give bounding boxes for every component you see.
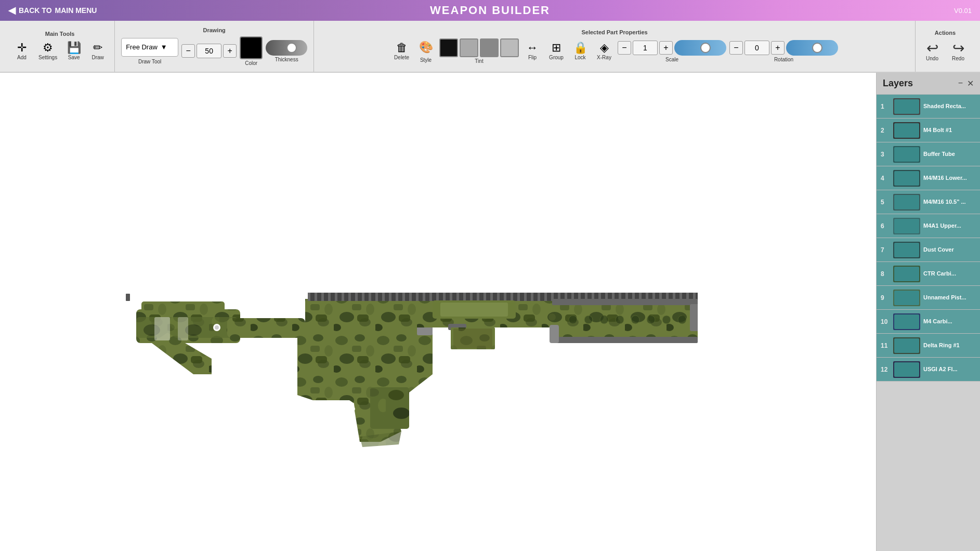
delete-button[interactable]: 🗑 Delete	[391, 40, 412, 62]
layers-minimize-button[interactable]: −	[958, 78, 963, 88]
svg-rect-62	[533, 293, 538, 301]
layer-thumbnail	[893, 266, 920, 282]
style-buttons: 🎨	[415, 40, 436, 56]
tint-swatch-1[interactable]	[439, 38, 458, 57]
draw-tool-select[interactable]: Free Draw ▼	[121, 38, 178, 57]
layer-name: Buffer Tube	[923, 150, 955, 158]
tint-swatch-4[interactable]	[500, 38, 519, 57]
layer-number: 12	[881, 366, 890, 373]
actions-label: Actions	[935, 30, 956, 36]
color-label: Color	[245, 60, 257, 66]
layer-thumbnail	[893, 313, 920, 330]
layer-name: M4 Bolt #1	[923, 126, 952, 134]
drawing-minus-button[interactable]: −	[181, 44, 195, 58]
layer-item[interactable]: 4 M4/M16 Lower...	[877, 166, 980, 190]
layer-item[interactable]: 8 CTR Carbi...	[877, 262, 980, 286]
draw-button[interactable]: ✏ Draw	[87, 40, 108, 62]
tint-swatch-2[interactable]	[460, 38, 478, 57]
svg-rect-58	[506, 293, 511, 301]
drawing-value-input[interactable]	[197, 44, 221, 58]
rotation-slider[interactable]	[786, 40, 838, 56]
layer-item[interactable]: 1 Shaded Recta...	[877, 95, 980, 119]
drawing-controls: Free Draw ▼ Draw Tool − + Color	[121, 36, 307, 66]
layer-item[interactable]: 6 M4A1 Upper...	[877, 214, 980, 238]
xray-icon: ◈	[600, 42, 609, 54]
add-button[interactable]: ✛ Add	[11, 40, 32, 62]
layer-item[interactable]: 3 Buffer Tube	[877, 142, 980, 166]
drawing-plus-button[interactable]: +	[223, 44, 237, 58]
svg-rect-27	[126, 294, 130, 301]
group-icon: ⊞	[552, 42, 561, 54]
layer-number: 3	[881, 151, 890, 158]
save-label: Save	[68, 55, 80, 60]
top-nav: ◀ BACK TO MAIN MENU WEAPON BUILDER V0.01	[0, 0, 980, 21]
svg-rect-89	[552, 337, 698, 343]
flip-button[interactable]: ↔ Flip	[522, 40, 543, 62]
canvas-area[interactable]: {[...Array(60)].map((_, i) => ``).join('…	[0, 73, 876, 551]
svg-rect-110	[550, 325, 559, 343]
thickness-label: Thickness	[275, 57, 298, 62]
layer-name: Shaded Recta...	[923, 102, 966, 110]
group-button[interactable]: ⊞ Group	[546, 40, 567, 62]
svg-rect-39	[378, 293, 382, 301]
layer-number: 9	[881, 294, 890, 301]
back-to-text: BACK TO	[19, 6, 52, 15]
main-menu-text: MAIN MENU	[55, 6, 97, 15]
xray-button[interactable]: ◈ X-Ray	[594, 40, 615, 62]
layers-close-button[interactable]: ✕	[967, 78, 974, 88]
svg-rect-34	[344, 293, 348, 301]
dropdown-arrow-icon: ▼	[161, 43, 167, 51]
thickness-slider[interactable]	[266, 40, 307, 56]
scale-slider[interactable]	[674, 40, 726, 56]
back-button[interactable]: ◀ BACK TO MAIN MENU	[8, 5, 97, 16]
svg-rect-37	[364, 293, 369, 301]
color-swatch[interactable]	[240, 36, 263, 59]
layer-thumbnail	[893, 337, 920, 354]
rotation-value-input[interactable]	[744, 41, 769, 55]
svg-rect-45	[419, 293, 423, 301]
settings-button[interactable]: ⚙ Settings	[35, 40, 60, 62]
style-label: Style	[420, 57, 432, 63]
scale-value-input[interactable]	[633, 41, 658, 55]
flip-icon: ↔	[527, 42, 538, 54]
layer-number: 4	[881, 175, 890, 182]
layer-item[interactable]: 5 M4/M16 10.5" ...	[877, 190, 980, 214]
scale-plus-button[interactable]: +	[659, 41, 673, 55]
layer-item[interactable]: 9 Unnamed Pist...	[877, 286, 980, 310]
app-title: WEAPON BUILDER	[430, 4, 550, 17]
layer-item[interactable]: 12 USGI A2 Fl...	[877, 358, 980, 382]
flip-label: Flip	[528, 55, 537, 60]
layer-item[interactable]: 10 M4 Carbi...	[877, 310, 980, 334]
layer-number: 11	[881, 342, 890, 349]
redo-button[interactable]: ↪ Redo	[948, 39, 969, 63]
svg-rect-25	[370, 387, 409, 429]
svg-point-107	[548, 313, 556, 321]
svg-point-94	[631, 316, 639, 324]
layer-item[interactable]: 2 M4 Bolt #1	[877, 119, 980, 142]
svg-rect-61	[527, 293, 531, 301]
style-button[interactable]: 🎨	[415, 40, 436, 56]
rotation-plus-button[interactable]: +	[771, 41, 785, 55]
layer-item[interactable]: 7 Dust Cover	[877, 238, 980, 262]
main-tools-section: Main Tools ✛ Add ⚙ Settings 💾 Save ✏ Dra…	[5, 21, 115, 72]
svg-rect-60	[520, 293, 524, 301]
rotation-label: Rotation	[774, 57, 793, 62]
group-label: Group	[549, 55, 564, 60]
undo-button[interactable]: ↩ Undo	[922, 39, 943, 63]
svg-rect-35	[351, 293, 355, 301]
tint-label: Tint	[475, 58, 483, 64]
add-label: Add	[17, 55, 27, 60]
svg-rect-55	[486, 293, 490, 301]
tint-swatch-3[interactable]	[480, 38, 499, 57]
svg-point-92	[600, 316, 608, 324]
layer-item[interactable]: 11 Delta Ring #1	[877, 334, 980, 358]
lock-button[interactable]: 🔒 Lock	[570, 40, 591, 62]
save-button[interactable]: 💾 Save	[63, 40, 84, 62]
rotation-minus-button[interactable]: −	[729, 41, 743, 55]
save-icon: 💾	[67, 42, 81, 54]
layer-thumbnail	[893, 218, 920, 234]
layer-number: 5	[881, 199, 890, 206]
scale-minus-button[interactable]: −	[618, 41, 631, 55]
svg-point-21	[215, 325, 219, 330]
layer-thumbnail	[893, 122, 920, 139]
